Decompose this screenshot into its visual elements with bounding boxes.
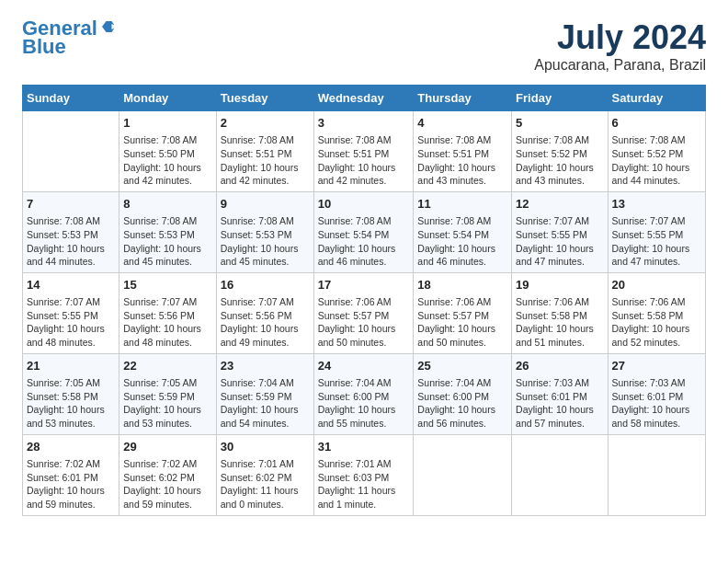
calendar-cell: 27Sunrise: 7:03 AM Sunset: 6:01 PM Dayli… bbox=[608, 353, 705, 434]
header-sunday: Sunday bbox=[23, 86, 119, 111]
week-row-5: 28Sunrise: 7:02 AM Sunset: 6:01 PM Dayli… bbox=[23, 434, 706, 515]
calendar-cell: 23Sunrise: 7:04 AM Sunset: 5:59 PM Dayli… bbox=[216, 353, 313, 434]
calendar-cell bbox=[414, 434, 512, 515]
day-number: 8 bbox=[123, 196, 212, 213]
day-number: 26 bbox=[516, 358, 603, 374]
day-info: Sunrise: 7:07 AM Sunset: 5:55 PM Dayligh… bbox=[516, 214, 603, 269]
day-info: Sunrise: 7:08 AM Sunset: 5:52 PM Dayligh… bbox=[612, 133, 701, 188]
calendar-cell bbox=[512, 434, 608, 515]
calendar-cell: 19Sunrise: 7:06 AM Sunset: 5:58 PM Dayli… bbox=[512, 272, 608, 353]
day-info: Sunrise: 7:06 AM Sunset: 5:58 PM Dayligh… bbox=[516, 295, 603, 350]
day-info: Sunrise: 7:01 AM Sunset: 6:02 PM Dayligh… bbox=[221, 457, 310, 511]
calendar-cell: 8Sunrise: 7:08 AM Sunset: 5:53 PM Daylig… bbox=[119, 191, 217, 272]
day-info: Sunrise: 7:08 AM Sunset: 5:50 PM Dayligh… bbox=[123, 133, 212, 188]
calendar-cell bbox=[23, 111, 119, 192]
calendar-cell: 31Sunrise: 7:01 AM Sunset: 6:03 PM Dayli… bbox=[313, 434, 414, 515]
day-number: 5 bbox=[516, 115, 603, 132]
calendar-cell: 10Sunrise: 7:08 AM Sunset: 5:54 PM Dayli… bbox=[313, 191, 414, 272]
calendar-cell: 9Sunrise: 7:08 AM Sunset: 5:53 PM Daylig… bbox=[216, 191, 313, 272]
calendar-cell: 7Sunrise: 7:08 AM Sunset: 5:53 PM Daylig… bbox=[23, 191, 119, 272]
day-info: Sunrise: 7:08 AM Sunset: 5:53 PM Dayligh… bbox=[27, 214, 115, 269]
day-info: Sunrise: 7:08 AM Sunset: 5:53 PM Dayligh… bbox=[221, 214, 310, 269]
calendar-cell: 15Sunrise: 7:07 AM Sunset: 5:56 PM Dayli… bbox=[119, 272, 217, 353]
day-info: Sunrise: 7:08 AM Sunset: 5:51 PM Dayligh… bbox=[221, 133, 310, 188]
subtitle: Apucarana, Parana, Brazil bbox=[534, 57, 706, 74]
day-info: Sunrise: 7:01 AM Sunset: 6:03 PM Dayligh… bbox=[318, 457, 410, 511]
day-number: 4 bbox=[417, 115, 507, 132]
week-row-2: 7Sunrise: 7:08 AM Sunset: 5:53 PM Daylig… bbox=[23, 191, 706, 272]
day-number: 10 bbox=[318, 196, 410, 213]
calendar-cell: 4Sunrise: 7:08 AM Sunset: 5:51 PM Daylig… bbox=[414, 111, 512, 192]
calendar-cell: 30Sunrise: 7:01 AM Sunset: 6:02 PM Dayli… bbox=[216, 434, 313, 515]
calendar-cell: 11Sunrise: 7:08 AM Sunset: 5:54 PM Dayli… bbox=[414, 191, 512, 272]
day-number: 31 bbox=[318, 439, 410, 455]
calendar-cell: 25Sunrise: 7:04 AM Sunset: 6:00 PM Dayli… bbox=[414, 353, 512, 434]
day-info: Sunrise: 7:04 AM Sunset: 6:00 PM Dayligh… bbox=[318, 376, 410, 431]
day-number: 21 bbox=[27, 358, 115, 374]
day-number: 9 bbox=[221, 196, 310, 213]
week-row-3: 14Sunrise: 7:07 AM Sunset: 5:55 PM Dayli… bbox=[23, 272, 706, 353]
calendar-cell: 6Sunrise: 7:08 AM Sunset: 5:52 PM Daylig… bbox=[608, 111, 705, 192]
day-info: Sunrise: 7:08 AM Sunset: 5:52 PM Dayligh… bbox=[516, 133, 603, 188]
day-number: 7 bbox=[27, 196, 115, 213]
day-info: Sunrise: 7:02 AM Sunset: 6:02 PM Dayligh… bbox=[123, 457, 212, 511]
header-thursday: Thursday bbox=[414, 86, 512, 111]
calendar-cell bbox=[608, 434, 705, 515]
calendar-cell: 24Sunrise: 7:04 AM Sunset: 6:00 PM Dayli… bbox=[313, 353, 414, 434]
calendar-cell: 22Sunrise: 7:05 AM Sunset: 5:59 PM Dayli… bbox=[119, 353, 217, 434]
weekday-header-row: Sunday Monday Tuesday Wednesday Thursday… bbox=[23, 86, 706, 111]
calendar-cell: 5Sunrise: 7:08 AM Sunset: 5:52 PM Daylig… bbox=[512, 111, 608, 192]
day-number: 29 bbox=[123, 439, 212, 455]
main-title: July 2024 bbox=[534, 18, 706, 57]
day-info: Sunrise: 7:06 AM Sunset: 5:58 PM Dayligh… bbox=[612, 295, 701, 350]
calendar-cell: 1Sunrise: 7:08 AM Sunset: 5:50 PM Daylig… bbox=[119, 111, 217, 192]
page: General Blue July 2024 Apucarana, Parana… bbox=[0, 0, 728, 531]
day-number: 11 bbox=[417, 196, 507, 213]
day-number: 17 bbox=[318, 277, 410, 293]
day-number: 14 bbox=[27, 277, 115, 293]
day-number: 6 bbox=[612, 115, 701, 132]
day-number: 20 bbox=[612, 277, 701, 293]
day-number: 19 bbox=[516, 277, 603, 293]
calendar-cell: 14Sunrise: 7:07 AM Sunset: 5:55 PM Dayli… bbox=[23, 272, 119, 353]
header-saturday: Saturday bbox=[608, 86, 705, 111]
header-friday: Friday bbox=[512, 86, 608, 111]
day-info: Sunrise: 7:05 AM Sunset: 5:58 PM Dayligh… bbox=[27, 376, 115, 431]
title-area: July 2024 Apucarana, Parana, Brazil bbox=[534, 18, 706, 74]
calendar-cell: 29Sunrise: 7:02 AM Sunset: 6:02 PM Dayli… bbox=[119, 434, 217, 515]
day-number: 25 bbox=[417, 358, 507, 374]
logo: General Blue bbox=[22, 18, 116, 59]
day-number: 28 bbox=[27, 439, 115, 455]
calendar-cell: 2Sunrise: 7:08 AM Sunset: 5:51 PM Daylig… bbox=[216, 111, 313, 192]
day-info: Sunrise: 7:06 AM Sunset: 5:57 PM Dayligh… bbox=[318, 295, 410, 350]
day-info: Sunrise: 7:08 AM Sunset: 5:53 PM Dayligh… bbox=[123, 214, 212, 269]
week-row-1: 1Sunrise: 7:08 AM Sunset: 5:50 PM Daylig… bbox=[23, 111, 706, 192]
calendar-cell: 3Sunrise: 7:08 AM Sunset: 5:51 PM Daylig… bbox=[313, 111, 414, 192]
day-info: Sunrise: 7:04 AM Sunset: 6:00 PM Dayligh… bbox=[417, 376, 507, 431]
day-number: 18 bbox=[417, 277, 507, 293]
day-info: Sunrise: 7:03 AM Sunset: 6:01 PM Dayligh… bbox=[516, 376, 603, 431]
day-number: 15 bbox=[123, 277, 212, 293]
day-info: Sunrise: 7:07 AM Sunset: 5:55 PM Dayligh… bbox=[27, 295, 115, 350]
calendar-cell: 21Sunrise: 7:05 AM Sunset: 5:58 PM Dayli… bbox=[23, 353, 119, 434]
day-info: Sunrise: 7:07 AM Sunset: 5:55 PM Dayligh… bbox=[612, 214, 701, 269]
calendar-cell: 12Sunrise: 7:07 AM Sunset: 5:55 PM Dayli… bbox=[512, 191, 608, 272]
calendar-cell: 20Sunrise: 7:06 AM Sunset: 5:58 PM Dayli… bbox=[608, 272, 705, 353]
day-number: 13 bbox=[612, 196, 701, 213]
day-number: 2 bbox=[221, 115, 310, 132]
calendar-cell: 17Sunrise: 7:06 AM Sunset: 5:57 PM Dayli… bbox=[313, 272, 414, 353]
day-info: Sunrise: 7:07 AM Sunset: 5:56 PM Dayligh… bbox=[221, 295, 310, 350]
day-info: Sunrise: 7:04 AM Sunset: 5:59 PM Dayligh… bbox=[221, 376, 310, 431]
day-number: 3 bbox=[318, 115, 410, 132]
calendar-cell: 26Sunrise: 7:03 AM Sunset: 6:01 PM Dayli… bbox=[512, 353, 608, 434]
day-number: 24 bbox=[318, 358, 410, 374]
day-info: Sunrise: 7:03 AM Sunset: 6:01 PM Dayligh… bbox=[612, 376, 701, 431]
day-number: 1 bbox=[123, 115, 212, 132]
calendar-cell: 13Sunrise: 7:07 AM Sunset: 5:55 PM Dayli… bbox=[608, 191, 705, 272]
header-tuesday: Tuesday bbox=[216, 86, 313, 111]
header-monday: Monday bbox=[119, 86, 217, 111]
header-wednesday: Wednesday bbox=[313, 86, 414, 111]
day-number: 22 bbox=[123, 358, 212, 374]
day-info: Sunrise: 7:05 AM Sunset: 5:59 PM Dayligh… bbox=[123, 376, 212, 431]
header: General Blue July 2024 Apucarana, Parana… bbox=[22, 18, 706, 74]
